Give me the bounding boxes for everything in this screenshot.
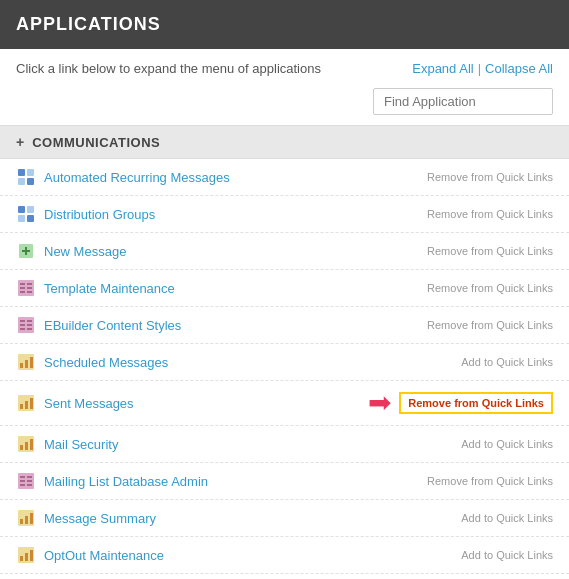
app-link-distribution-groups[interactable]: Distribution Groups: [44, 207, 155, 222]
svg-rect-16: [20, 291, 25, 293]
search-row: [0, 88, 569, 125]
svg-rect-12: [20, 283, 25, 285]
app-item-mail-security: Mail SecurityAdd to Quick Links: [0, 426, 569, 463]
app-icon-new-message: [16, 241, 36, 261]
svg-rect-0: [18, 169, 25, 176]
quick-link-action-new-message[interactable]: Remove from Quick Links: [427, 245, 553, 257]
app-link-optout-maintenance[interactable]: OptOut Maintenance: [44, 548, 164, 563]
app-link-new-message[interactable]: New Message: [44, 244, 126, 259]
top-bar: Click a link below to expand the menu of…: [0, 49, 569, 88]
svg-rect-22: [27, 324, 32, 326]
app-item-left-template-maintenance: Template Maintenance: [16, 278, 175, 298]
svg-rect-24: [27, 328, 32, 330]
svg-rect-41: [27, 480, 32, 482]
expand-all-link[interactable]: Expand All: [412, 61, 473, 76]
section-label: Communications: [32, 135, 160, 150]
quick-link-action-mail-security[interactable]: Add to Quick Links: [461, 438, 553, 450]
svg-rect-30: [20, 404, 23, 409]
quick-link-action-template-maintenance[interactable]: Remove from Quick Links: [427, 282, 553, 294]
separator: |: [478, 61, 481, 76]
app-item-left-scheduled-messages: Scheduled Messages: [16, 352, 168, 372]
app-list: Automated Recurring MessagesRemove from …: [0, 159, 569, 574]
find-application-input[interactable]: [373, 88, 553, 115]
svg-rect-31: [25, 401, 28, 409]
svg-rect-34: [20, 445, 23, 450]
svg-rect-20: [27, 320, 32, 322]
app-link-mail-security[interactable]: Mail Security: [44, 437, 118, 452]
app-icon-sent-messages: [16, 393, 36, 413]
svg-rect-13: [27, 283, 32, 285]
svg-rect-28: [30, 357, 33, 368]
svg-rect-7: [27, 215, 34, 222]
expand-collapse-links: Expand All | Collapse All: [412, 61, 553, 76]
svg-rect-19: [20, 320, 25, 322]
quick-link-action-optout-maintenance[interactable]: Add to Quick Links: [461, 549, 553, 561]
app-item-mailing-list-db: Mailing List Database AdminRemove from Q…: [0, 463, 569, 500]
app-icon-scheduled-messages: [16, 352, 36, 372]
quick-link-action-scheduled-messages[interactable]: Add to Quick Links: [461, 356, 553, 368]
app-item-left-sent-messages: Sent Messages: [16, 393, 134, 413]
quick-link-action-ebuilder-content[interactable]: Remove from Quick Links: [427, 319, 553, 331]
svg-rect-46: [25, 516, 28, 524]
arrow-icon: ➡: [368, 389, 391, 417]
app-link-message-summary[interactable]: Message Summary: [44, 511, 156, 526]
collapse-all-link[interactable]: Collapse All: [485, 61, 553, 76]
app-item-left-automated-recurring: Automated Recurring Messages: [16, 167, 230, 187]
svg-rect-47: [30, 513, 33, 524]
svg-rect-32: [30, 398, 33, 409]
app-item-left-message-summary: Message Summary: [16, 508, 156, 528]
svg-rect-40: [20, 480, 25, 482]
communications-section-header: + Communications: [0, 125, 569, 159]
app-link-sent-messages[interactable]: Sent Messages: [44, 396, 134, 411]
app-icon-mail-security: [16, 434, 36, 454]
app-item-left-new-message: New Message: [16, 241, 126, 261]
app-link-ebuilder-content[interactable]: EBuilder Content Styles: [44, 318, 181, 333]
svg-rect-1: [27, 169, 34, 176]
svg-rect-45: [20, 519, 23, 524]
quick-link-action-sent-messages[interactable]: Remove from Quick Links: [399, 392, 553, 414]
app-icon-message-summary: [16, 508, 36, 528]
expand-section-icon[interactable]: +: [16, 134, 24, 150]
svg-rect-38: [20, 476, 25, 478]
quick-link-arrow-container: ➡Remove from Quick Links: [368, 389, 553, 417]
app-link-template-maintenance[interactable]: Template Maintenance: [44, 281, 175, 296]
svg-rect-27: [25, 360, 28, 368]
app-link-scheduled-messages[interactable]: Scheduled Messages: [44, 355, 168, 370]
quick-link-action-distribution-groups[interactable]: Remove from Quick Links: [427, 208, 553, 220]
page-title: Applications: [16, 14, 553, 35]
svg-rect-3: [27, 178, 34, 185]
svg-rect-17: [27, 291, 32, 293]
svg-rect-26: [20, 363, 23, 368]
app-item-left-mailing-list-db: Mailing List Database Admin: [16, 471, 208, 491]
app-link-automated-recurring[interactable]: Automated Recurring Messages: [44, 170, 230, 185]
svg-rect-36: [30, 439, 33, 450]
svg-rect-50: [25, 553, 28, 561]
app-item-left-mail-security: Mail Security: [16, 434, 118, 454]
app-item-automated-recurring: Automated Recurring MessagesRemove from …: [0, 159, 569, 196]
app-icon-template-maintenance: [16, 278, 36, 298]
app-item-left-optout-maintenance: OptOut Maintenance: [16, 545, 164, 565]
svg-rect-42: [20, 484, 25, 486]
svg-rect-39: [27, 476, 32, 478]
app-item-ebuilder-content: EBuilder Content StylesRemove from Quick…: [0, 307, 569, 344]
quick-link-action-mailing-list-db[interactable]: Remove from Quick Links: [427, 475, 553, 487]
app-item-new-message: New MessageRemove from Quick Links: [0, 233, 569, 270]
svg-rect-14: [20, 287, 25, 289]
svg-rect-35: [25, 442, 28, 450]
svg-rect-4: [18, 206, 25, 213]
app-icon-ebuilder-content: [16, 315, 36, 335]
app-item-message-summary: Message SummaryAdd to Quick Links: [0, 500, 569, 537]
quick-link-action-message-summary[interactable]: Add to Quick Links: [461, 512, 553, 524]
svg-rect-15: [27, 287, 32, 289]
svg-rect-43: [27, 484, 32, 486]
quick-link-action-automated-recurring[interactable]: Remove from Quick Links: [427, 171, 553, 183]
app-item-distribution-groups: Distribution GroupsRemove from Quick Lin…: [0, 196, 569, 233]
svg-rect-49: [20, 556, 23, 561]
app-item-scheduled-messages: Scheduled MessagesAdd to Quick Links: [0, 344, 569, 381]
app-item-template-maintenance: Template MaintenanceRemove from Quick Li…: [0, 270, 569, 307]
svg-rect-6: [18, 215, 25, 222]
app-icon-automated-recurring: [16, 167, 36, 187]
svg-rect-5: [27, 206, 34, 213]
app-link-mailing-list-db[interactable]: Mailing List Database Admin: [44, 474, 208, 489]
app-item-sent-messages: Sent Messages➡Remove from Quick Links: [0, 381, 569, 426]
